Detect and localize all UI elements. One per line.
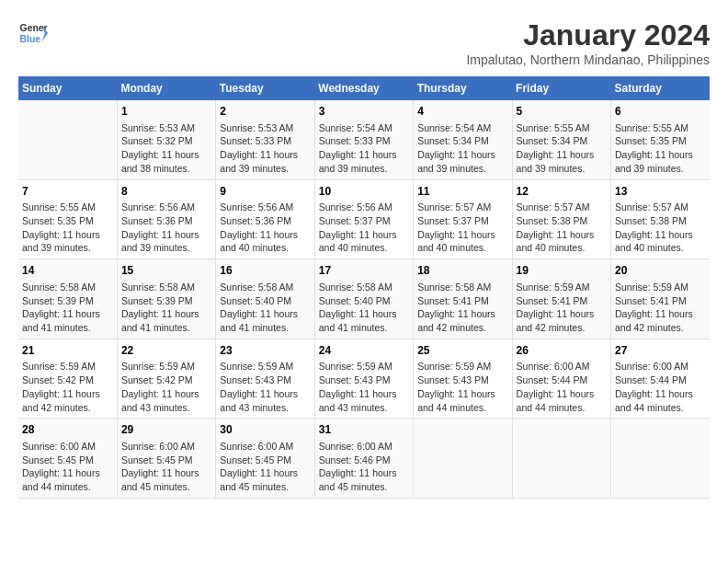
day-number: 14 bbox=[22, 263, 113, 279]
calendar-cell bbox=[18, 100, 117, 179]
day-number: 25 bbox=[417, 343, 507, 359]
calendar-cell: 6Sunrise: 5:55 AMSunset: 5:35 PMDaylight… bbox=[611, 100, 710, 179]
day-info: and 45 minutes. bbox=[319, 480, 409, 494]
day-info: Sunrise: 5:54 AM bbox=[319, 121, 409, 135]
day-info: and 43 minutes. bbox=[121, 401, 211, 415]
calendar-cell: 30Sunrise: 6:00 AMSunset: 5:45 PMDayligh… bbox=[216, 419, 314, 499]
day-info: and 39 minutes. bbox=[22, 241, 113, 255]
day-info: Sunset: 5:37 PM bbox=[319, 214, 409, 228]
day-info: and 41 minutes. bbox=[22, 321, 113, 335]
day-info: Sunset: 5:38 PM bbox=[517, 214, 607, 228]
day-info: Sunrise: 5:59 AM bbox=[220, 360, 310, 373]
day-number: 22 bbox=[121, 343, 211, 359]
calendar-table: SundayMondayTuesdayWednesdayThursdayFrid… bbox=[18, 76, 710, 499]
svg-text:Blue: Blue bbox=[20, 34, 41, 44]
day-info: Daylight: 11 hours bbox=[319, 148, 409, 162]
week-row-3: 14Sunrise: 5:58 AMSunset: 5:39 PMDayligh… bbox=[18, 259, 710, 339]
calendar-header: SundayMondayTuesdayWednesdayThursdayFrid… bbox=[18, 76, 710, 100]
day-number: 28 bbox=[22, 422, 113, 438]
calendar-cell: 2Sunrise: 5:53 AMSunset: 5:33 PMDaylight… bbox=[216, 100, 314, 179]
day-info: Sunset: 5:41 PM bbox=[615, 294, 706, 308]
day-info: Daylight: 11 hours bbox=[121, 466, 211, 480]
day-number: 27 bbox=[615, 343, 706, 359]
day-info: Sunset: 5:40 PM bbox=[319, 294, 409, 308]
day-info: Daylight: 11 hours bbox=[220, 148, 310, 162]
day-info: Sunrise: 5:58 AM bbox=[121, 281, 211, 294]
header-day-wednesday: Wednesday bbox=[314, 76, 413, 100]
day-info: Daylight: 11 hours bbox=[220, 307, 310, 321]
logo-icon: General Blue bbox=[18, 18, 48, 48]
day-info: Daylight: 11 hours bbox=[121, 228, 211, 242]
calendar-cell: 15Sunrise: 5:58 AMSunset: 5:39 PMDayligh… bbox=[117, 259, 215, 339]
calendar-cell: 29Sunrise: 6:00 AMSunset: 5:45 PMDayligh… bbox=[117, 419, 215, 499]
day-info: Sunrise: 5:59 AM bbox=[615, 281, 706, 294]
day-number: 24 bbox=[319, 343, 409, 359]
day-number: 12 bbox=[517, 184, 607, 200]
day-info: Sunset: 5:37 PM bbox=[417, 214, 507, 228]
calendar-cell: 19Sunrise: 5:59 AMSunset: 5:41 PMDayligh… bbox=[512, 259, 610, 339]
day-info: Daylight: 11 hours bbox=[22, 466, 113, 480]
day-info: Sunset: 5:36 PM bbox=[220, 214, 310, 228]
day-info: and 42 minutes. bbox=[22, 401, 113, 415]
day-info: Sunrise: 6:00 AM bbox=[517, 360, 607, 373]
day-info: and 41 minutes. bbox=[220, 321, 310, 335]
day-info: and 43 minutes. bbox=[220, 401, 310, 415]
day-number: 19 bbox=[517, 263, 607, 279]
day-info: Daylight: 11 hours bbox=[417, 148, 507, 162]
calendar-cell: 1Sunrise: 5:53 AMSunset: 5:32 PMDaylight… bbox=[117, 100, 215, 179]
day-number: 3 bbox=[319, 104, 409, 120]
day-number: 20 bbox=[615, 263, 706, 279]
page-header: General Blue January 2024 Impalutao, Nor… bbox=[18, 18, 710, 67]
header-day-thursday: Thursday bbox=[414, 76, 512, 100]
day-info: Daylight: 11 hours bbox=[517, 228, 607, 242]
day-info: Daylight: 11 hours bbox=[319, 387, 409, 401]
day-info: Daylight: 11 hours bbox=[615, 307, 706, 321]
day-info: Sunrise: 5:59 AM bbox=[121, 360, 211, 373]
calendar-cell: 13Sunrise: 5:57 AMSunset: 5:38 PMDayligh… bbox=[611, 179, 710, 259]
day-info: Sunrise: 5:54 AM bbox=[417, 121, 507, 135]
day-info: and 39 minutes. bbox=[220, 162, 310, 176]
calendar-cell: 9Sunrise: 5:56 AMSunset: 5:36 PMDaylight… bbox=[216, 179, 314, 259]
day-info: Daylight: 11 hours bbox=[517, 148, 607, 162]
day-info: Daylight: 11 hours bbox=[121, 387, 211, 401]
day-info: Sunrise: 5:56 AM bbox=[220, 201, 310, 214]
day-info: Sunset: 5:35 PM bbox=[22, 214, 113, 228]
day-info: Sunset: 5:44 PM bbox=[517, 373, 607, 387]
day-number: 9 bbox=[220, 184, 310, 200]
day-number: 13 bbox=[615, 184, 706, 200]
day-info: Sunrise: 5:59 AM bbox=[517, 281, 607, 294]
day-info: and 45 minutes. bbox=[220, 480, 310, 494]
day-number: 30 bbox=[220, 422, 310, 438]
day-info: Sunset: 5:40 PM bbox=[220, 294, 310, 308]
day-info: Sunrise: 5:56 AM bbox=[121, 201, 211, 214]
day-info: Daylight: 11 hours bbox=[220, 228, 310, 242]
day-info: Daylight: 11 hours bbox=[319, 466, 409, 480]
day-info: Sunrise: 5:53 AM bbox=[220, 121, 310, 135]
week-row-4: 21Sunrise: 5:59 AMSunset: 5:42 PMDayligh… bbox=[18, 339, 710, 419]
calendar-cell: 24Sunrise: 5:59 AMSunset: 5:43 PMDayligh… bbox=[314, 339, 413, 419]
day-info: and 40 minutes. bbox=[220, 241, 310, 255]
day-info: Sunset: 5:44 PM bbox=[615, 373, 706, 387]
header-day-saturday: Saturday bbox=[611, 76, 710, 100]
day-number: 21 bbox=[22, 343, 113, 359]
day-info: Daylight: 11 hours bbox=[220, 387, 310, 401]
day-info: Sunrise: 5:59 AM bbox=[319, 360, 409, 373]
day-info: and 44 minutes. bbox=[417, 401, 507, 415]
calendar-cell: 20Sunrise: 5:59 AMSunset: 5:41 PMDayligh… bbox=[611, 259, 710, 339]
day-info: Sunrise: 5:55 AM bbox=[517, 121, 607, 135]
header-day-friday: Friday bbox=[512, 76, 610, 100]
day-info: Sunset: 5:43 PM bbox=[417, 373, 507, 387]
day-number: 29 bbox=[121, 422, 211, 438]
day-info: Sunset: 5:45 PM bbox=[22, 454, 113, 467]
calendar-cell: 10Sunrise: 5:56 AMSunset: 5:37 PMDayligh… bbox=[314, 179, 413, 259]
calendar-cell: 14Sunrise: 5:58 AMSunset: 5:39 PMDayligh… bbox=[18, 259, 117, 339]
week-row-1: 1Sunrise: 5:53 AMSunset: 5:32 PMDaylight… bbox=[18, 100, 710, 179]
day-info: Daylight: 11 hours bbox=[417, 387, 507, 401]
day-info: and 39 minutes. bbox=[517, 162, 607, 176]
day-number: 1 bbox=[121, 104, 211, 120]
day-info: and 40 minutes. bbox=[615, 241, 706, 255]
day-info: Sunset: 5:39 PM bbox=[121, 294, 211, 308]
calendar-cell: 7Sunrise: 5:55 AMSunset: 5:35 PMDaylight… bbox=[18, 179, 117, 259]
logo: General Blue bbox=[18, 18, 48, 48]
day-info: Daylight: 11 hours bbox=[615, 387, 706, 401]
